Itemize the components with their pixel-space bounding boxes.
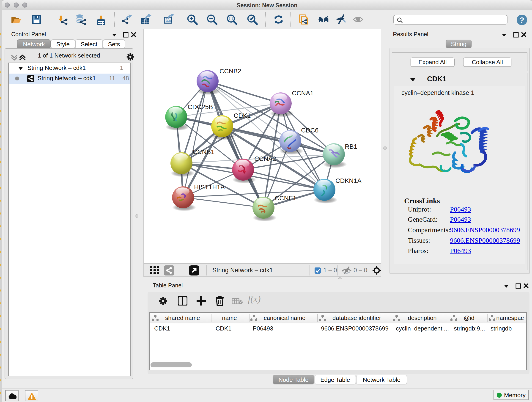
svg-text:CDKN1A: CDKN1A <box>336 177 361 184</box>
svg-text:CCNA1: CCNA1 <box>292 89 314 97</box>
svg-text:RB1: RB1 <box>345 143 357 150</box>
svg-text:HIST1H1A: HIST1H1A <box>194 184 225 191</box>
svg-text:CDC25B: CDC25B <box>188 103 213 110</box>
svg-text:CDC6: CDC6 <box>301 127 318 134</box>
svg-text:CCNB1: CCNB1 <box>193 148 215 155</box>
svg-text:CCNE1: CCNE1 <box>275 195 297 202</box>
svg-text:CDK1: CDK1 <box>234 112 251 119</box>
svg-text:CCNA2: CCNA2 <box>254 155 276 162</box>
svg-text:CCNB2: CCNB2 <box>220 68 241 75</box>
